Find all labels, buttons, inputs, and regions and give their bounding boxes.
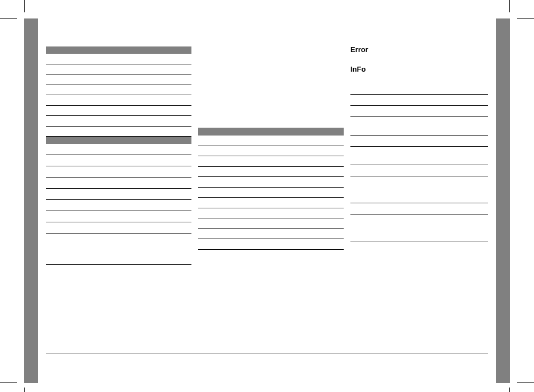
page-content: Error InFo [38,18,496,383]
crop-mark [517,18,534,19]
info-line [350,106,488,117]
table-row [46,211,191,222]
table-1b [46,137,191,265]
info-lines [350,83,488,241]
info-line [350,147,488,165]
crop-mark [0,382,17,383]
table-row [46,189,191,200]
column-2 [198,128,344,250]
bottom-rule [46,353,488,353]
table-row [46,200,191,211]
table-row [46,95,191,106]
crop-mark [509,388,510,392]
table-header [46,46,191,54]
info-line [350,117,488,136]
table-row [198,156,344,167]
table-footer [46,234,191,265]
info-line [350,83,488,95]
column-1 [46,46,191,265]
info-line [350,95,488,106]
info-line [350,136,488,147]
table-row [198,239,344,250]
table-2 [198,128,344,250]
info-line [350,203,488,214]
table-row [46,127,191,137]
table-row [46,54,191,64]
table-1a [46,46,191,137]
crop-mark [24,0,25,12]
info-line [350,165,488,176]
info-heading: InFo [350,65,488,73]
left-side-bar [24,18,38,383]
table-row [198,218,344,229]
table-row [46,116,191,127]
table-row [46,85,191,96]
info-line [350,176,488,203]
crop-mark [0,18,17,19]
table-row [46,74,191,85]
crop-mark [509,0,510,12]
crop-mark [24,388,25,392]
table-row [198,146,344,157]
table-row [198,198,344,208]
info-line [350,214,488,241]
table-row [198,208,344,219]
table-header [198,128,344,136]
table-row [46,106,191,116]
table-row [46,64,191,75]
table-row [198,188,344,198]
column-3: Error InFo [350,45,488,241]
table-row [46,155,191,166]
table-row [198,167,344,178]
error-heading: Error [350,45,488,54]
right-side-bar [496,18,510,383]
table-row [46,166,191,178]
table-row [46,222,191,234]
table-row [198,177,344,188]
crop-mark [517,382,534,383]
table-header [46,137,191,144]
table-row [46,144,191,155]
table-row [198,136,344,146]
table-row [46,178,191,189]
table-row [198,229,344,240]
